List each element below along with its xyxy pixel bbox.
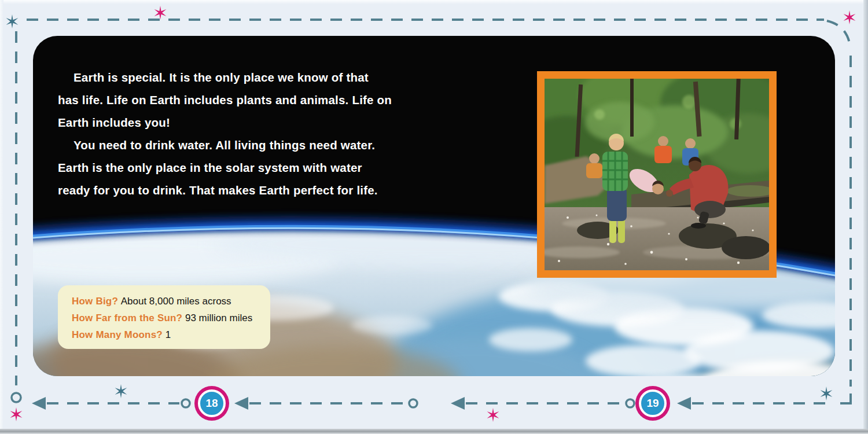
- fact-row: How Big? About 8,000 miles across: [72, 293, 270, 310]
- star-icon: [10, 407, 23, 421]
- star-icon: [6, 14, 19, 28]
- text-line: has life. Life on Earth includes plants …: [58, 89, 393, 111]
- page-edge-right: [863, 0, 868, 434]
- page-number-left: 18: [198, 389, 226, 417]
- fact-value: About 8,000 miles across: [121, 296, 231, 307]
- arrow-left-icon: [32, 397, 46, 410]
- star-icon: [820, 387, 833, 400]
- main-text: Earth is special. It is the only place w…: [58, 66, 393, 201]
- page-edge-bottom: [0, 429, 868, 434]
- border-bottomright-corner: [840, 393, 851, 403]
- page-number-label: 19: [646, 397, 659, 410]
- page-number-right: 19: [639, 389, 667, 417]
- fact-value: 1: [165, 329, 171, 340]
- star-icon: [115, 384, 128, 398]
- page-edge-top: [0, 0, 868, 4]
- arrow-left-icon: [677, 397, 691, 410]
- star-icon: [843, 10, 856, 24]
- fact-label: How Many Moons?: [72, 329, 163, 340]
- page-edge-left: [0, 0, 3, 434]
- text-line: Earth is special. It is the only place w…: [58, 66, 393, 89]
- fact-label: How Far from the Sun?: [72, 312, 182, 323]
- fact-row: How Far from the Sun? 93 million miles: [72, 310, 270, 326]
- arrow-left-icon: [451, 397, 465, 410]
- border-topright-curve: [827, 21, 850, 46]
- text-line: ready for you to drink. That makes Earth…: [58, 179, 393, 201]
- star-icon: [487, 408, 500, 422]
- content-panel: Earth is special. It is the only place w…: [33, 36, 835, 376]
- page-number-label: 18: [205, 397, 218, 410]
- fact-label: How Big?: [72, 296, 118, 307]
- route-node-circle: [182, 399, 190, 407]
- book-spread: Earth is special. It is the only place w…: [0, 0, 868, 434]
- route-node-circle: [626, 399, 634, 407]
- text-line: Earth is the only place in the solar sys…: [58, 156, 393, 179]
- stream-photo-frame: [537, 71, 777, 278]
- fact-row: How Many Moons? 1: [72, 326, 270, 343]
- arrow-left-icon: [234, 397, 248, 410]
- text-line: Earth includes you!: [58, 111, 393, 134]
- route-node-circle: [409, 399, 417, 407]
- stream-photo: [545, 79, 769, 270]
- star-icon: [154, 6, 167, 20]
- text-line: You need to drink water. All living thin…: [58, 134, 393, 156]
- fact-box: How Big? About 8,000 miles across How Fa…: [58, 285, 270, 349]
- fact-value: 93 million miles: [185, 312, 252, 323]
- route-node-circle: [12, 393, 21, 402]
